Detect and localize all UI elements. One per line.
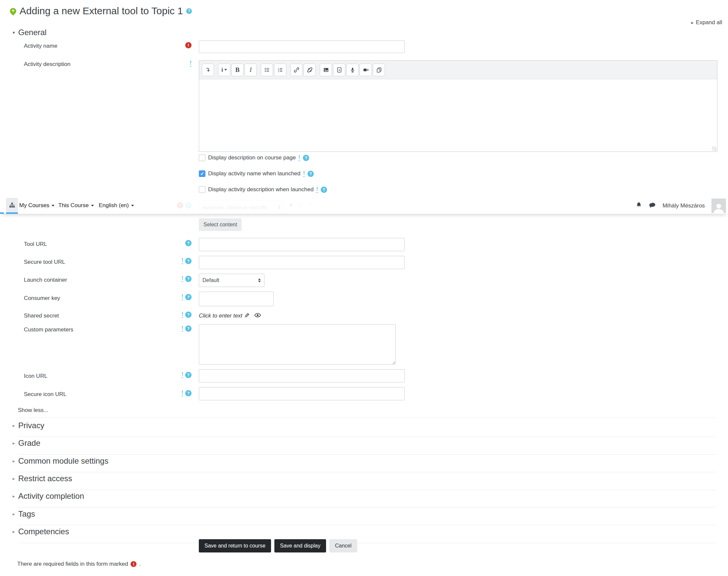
help-icon[interactable]: ?	[185, 325, 192, 332]
divider	[18, 507, 716, 508]
secure-icon-url-input[interactable]	[199, 387, 405, 400]
secure-tool-url-label: Secure tool URL	[24, 259, 65, 265]
expand-triangle-icon: ▸	[12, 493, 15, 499]
menu-this-course[interactable]: This Course	[58, 202, 94, 209]
insert-image-icon[interactable]	[320, 64, 332, 76]
advanced-marker-icon: !	[298, 155, 300, 161]
custom-parameters-textarea[interactable]	[199, 324, 396, 365]
required-icon: !	[185, 42, 192, 48]
required-fields-note: There are required fields in this form m…	[17, 561, 128, 567]
activity-name-input[interactable]	[199, 40, 405, 53]
shared-secret-enter-link[interactable]: Click to enter text	[199, 313, 242, 319]
help-icon[interactable]: ?	[185, 276, 192, 282]
advanced-marker-icon: !	[182, 294, 183, 300]
collapse-triangle-icon: ▾	[12, 30, 15, 35]
section-completion-title: Activity completion	[18, 491, 84, 501]
ordered-list-icon[interactable]: 123	[274, 64, 286, 76]
help-icon[interactable]: ?	[185, 390, 192, 396]
section-grade[interactable]: ▸ Grade	[12, 438, 40, 448]
help-icon[interactable]: ?	[185, 240, 192, 246]
section-common-module-settings[interactable]: ▸ Common module settings	[12, 456, 108, 466]
section-tags[interactable]: ▸ Tags	[12, 509, 35, 519]
help-icon[interactable]: ?	[321, 186, 327, 193]
link-icon[interactable]	[290, 64, 302, 76]
record-audio-icon[interactable]	[346, 64, 358, 76]
shared-secret-label: Shared secret	[24, 313, 59, 319]
advanced-marker-icon: !	[182, 312, 183, 318]
save-display-button[interactable]: Save and display	[274, 539, 326, 552]
divider	[18, 436, 716, 437]
divider	[18, 543, 716, 543]
consumer-key-input[interactable]	[199, 292, 274, 306]
manage-files-icon[interactable]	[373, 64, 385, 76]
help-icon[interactable]: ?	[185, 312, 192, 318]
show-less-link[interactable]: Show less...	[18, 407, 48, 413]
avatar[interactable]	[711, 199, 726, 213]
secure-tool-url-input[interactable]	[199, 256, 405, 269]
editor-resize-handle[interactable]	[712, 146, 717, 151]
menu-language-label: English (en)	[99, 202, 129, 209]
section-general[interactable]: ▾ General	[12, 28, 47, 37]
notifications-bell-icon[interactable]	[636, 202, 642, 210]
expand-triangle-icon: ▸	[12, 440, 15, 446]
tool-url-input[interactable]	[199, 238, 405, 251]
display-description-checkbox[interactable]	[199, 154, 205, 161]
section-restrict-access[interactable]: ▸ Restrict access	[12, 474, 72, 483]
menu-my-courses[interactable]: My Courses	[19, 202, 54, 209]
save-return-button[interactable]: Save and return to course	[199, 539, 271, 552]
select-content-button[interactable]: Select content	[199, 219, 241, 231]
eye-icon[interactable]	[254, 313, 261, 319]
unlink-icon[interactable]	[303, 64, 316, 76]
help-icon[interactable]: ?	[303, 155, 309, 161]
section-competencies[interactable]: ▸ Competencies	[12, 527, 69, 536]
expand-triangle-icon: ▸	[12, 458, 15, 464]
help-icon[interactable]: ?	[308, 171, 314, 177]
italic-icon[interactable]: I	[244, 64, 257, 76]
expand-triangle-icon: ▸	[12, 476, 15, 481]
insert-media-icon[interactable]	[333, 64, 345, 76]
chevron-down-icon	[91, 205, 94, 206]
expand-all-triangle-icon: ▸	[691, 20, 694, 25]
consumer-key-label: Consumer key	[24, 295, 60, 301]
section-privacy[interactable]: ▸ Privacy	[12, 421, 45, 430]
display-name-checkbox[interactable]: ✓	[199, 170, 205, 177]
editor-content-area[interactable]	[199, 79, 718, 152]
advanced-marker-icon: !	[182, 390, 183, 396]
title-help-icon[interactable]: ?	[186, 8, 192, 14]
icon-url-input[interactable]	[199, 369, 405, 382]
expand-triangle-icon: ▸	[12, 423, 15, 428]
launch-container-label: Launch container	[24, 277, 67, 283]
sitemap-tab[interactable]	[6, 198, 18, 214]
expand-all[interactable]: ▸ Expand all	[691, 19, 722, 26]
section-restrict-title: Restrict access	[18, 474, 72, 483]
divider	[18, 472, 716, 472]
navtab-partial[interactable]	[0, 198, 4, 214]
advanced-marker-icon: !	[182, 325, 183, 332]
svg-text:3: 3	[278, 70, 279, 73]
help-icon[interactable]: ?	[185, 294, 192, 300]
messages-icon[interactable]	[649, 202, 656, 210]
help-icon[interactable]: ?	[185, 372, 192, 378]
display-activity-description-checkbox[interactable]	[199, 186, 205, 193]
page-title: Adding a new External tool to Topic 1	[20, 5, 183, 17]
bold-icon[interactable]: B	[231, 64, 243, 76]
section-activity-completion[interactable]: ▸ Activity completion	[12, 491, 84, 501]
display-description-row: Display description on course page ! ?	[199, 154, 309, 161]
menu-language[interactable]: English (en)	[99, 202, 134, 209]
record-video-icon[interactable]	[359, 64, 372, 76]
help-icon[interactable]: ?	[185, 258, 192, 264]
launch-container-select[interactable]: Default	[199, 274, 264, 287]
required-fields-note-suffix: .	[139, 561, 141, 567]
unordered-list-icon[interactable]	[261, 64, 273, 76]
paragraph-style-icon[interactable]: i	[218, 64, 230, 76]
menu-my-courses-label: My Courses	[19, 202, 49, 209]
cancel-button[interactable]: Cancel	[329, 539, 357, 552]
collapse-toolbar-icon[interactable]	[202, 64, 214, 76]
user-name[interactable]: Mihály Mészáros	[662, 202, 705, 209]
select-arrows-icon	[258, 279, 261, 282]
pencil-icon[interactable]: ✎	[244, 312, 250, 319]
section-competencies-title: Competencies	[18, 527, 69, 536]
menu-this-course-label: This Course	[58, 202, 89, 209]
activity-name-label: Activity name	[24, 43, 57, 49]
external-tool-icon	[9, 7, 18, 16]
